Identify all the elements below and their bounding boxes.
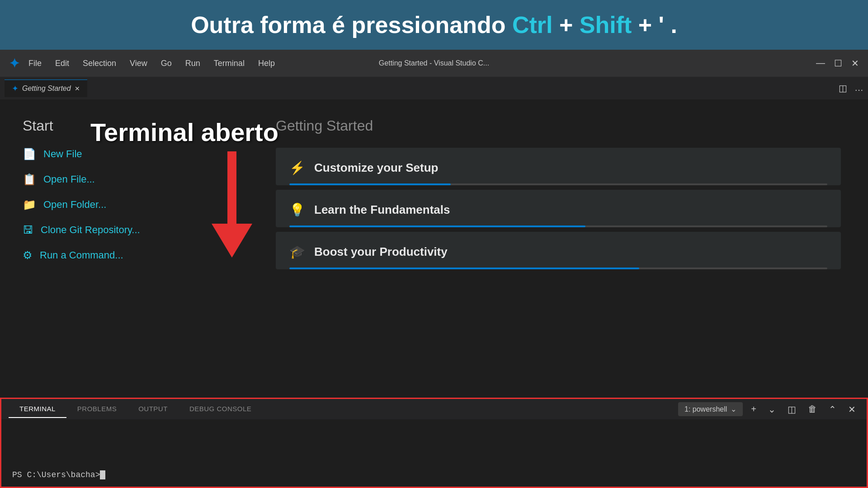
terminal-panel: TERMINAL PROBLEMS OUTPUT DEBUG CONSOLE 1… (0, 398, 868, 488)
delete-terminal-button[interactable]: 🗑 (804, 402, 821, 416)
left-panel: Start 📄 New File 📋 Open File... 📁 Open F… (0, 99, 249, 398)
terminal-tabs-bar: TERMINAL PROBLEMS OUTPUT DEBUG CONSOLE 1… (1, 399, 867, 419)
maximize-button[interactable]: ☐ (834, 58, 842, 69)
terminal-prompt: PS C:\Users\bacha> (12, 470, 100, 479)
shell-chevron-icon: ⌄ (731, 405, 736, 413)
terminal-maximize-button[interactable]: ⌃ (825, 402, 840, 417)
customize-setup-progress-fill (289, 183, 451, 185)
new-terminal-button[interactable]: + (747, 402, 760, 416)
tab-close-button[interactable]: ✕ (75, 85, 80, 92)
window-controls: — ☐ ✕ (816, 58, 859, 69)
banner-ctrl: Ctrl (512, 12, 553, 38)
menu-edit[interactable]: Edit (55, 59, 69, 68)
getting-started-tab[interactable]: ✦ Getting Started ✕ (5, 80, 87, 97)
start-item-new-file[interactable]: 📄 New File (23, 148, 226, 160)
menu-help[interactable]: Help (258, 59, 275, 68)
close-button[interactable]: ✕ (851, 58, 859, 69)
terminal-tabs-right: 1: powershell ⌄ + ⌄ ◫ 🗑 ⌃ ✕ (678, 402, 859, 417)
start-item-open-folder[interactable]: 📁 Open Folder... (23, 198, 226, 211)
open-folder-label: Open Folder... (43, 199, 106, 211)
window-title: Getting Started - Visual Studio C... (379, 59, 489, 67)
terminal-chevron-icon[interactable]: ⌄ (764, 402, 779, 417)
vscode-logo-icon: ✦ (9, 56, 19, 71)
top-banner: Outra forma é pressionando Ctrl + Shift … (0, 0, 868, 50)
clone-git-label: Clone Git Repository... (41, 224, 140, 236)
terminal-tab-terminal[interactable]: TERMINAL (9, 400, 66, 418)
terminal-close-button[interactable]: ✕ (844, 402, 859, 417)
run-command-label: Run a Command... (40, 249, 123, 261)
menu-view[interactable]: View (130, 59, 147, 68)
main-content: Start 📄 New File 📋 Open File... 📁 Open F… (0, 99, 868, 398)
open-folder-icon: 📁 (23, 198, 36, 211)
start-item-open-file[interactable]: 📋 Open File... (23, 173, 226, 186)
tab-vscode-icon: ✦ (12, 84, 19, 94)
item-header-0: ⚡ Customize your Setup (289, 160, 827, 175)
split-editor-icon[interactable]: ◫ (839, 83, 847, 94)
tab-label: Getting Started (22, 84, 71, 93)
open-file-icon: 📋 (23, 173, 36, 186)
learn-fundamentals-icon: 💡 (289, 202, 305, 217)
new-file-icon: 📄 (23, 148, 36, 160)
menu-selection[interactable]: Selection (83, 59, 116, 68)
open-file-label: Open File... (43, 174, 95, 185)
terminal-tab-output[interactable]: OUTPUT (127, 400, 179, 418)
title-bar: ✦ File Edit Selection View Go Run Termin… (0, 50, 868, 77)
more-actions-icon[interactable]: … (854, 83, 863, 94)
terminal-tabs-left: TERMINAL PROBLEMS OUTPUT DEBUG CONSOLE (9, 400, 262, 418)
shell-label: 1: powershell (684, 405, 727, 413)
right-panel: Getting Started ⚡ Customize your Setup 💡… (249, 99, 868, 398)
minimize-button[interactable]: — (816, 58, 825, 69)
terminal-tab-problems[interactable]: PROBLEMS (66, 400, 127, 418)
menu-go[interactable]: Go (161, 59, 172, 68)
tab-bar: ✦ Getting Started ✕ ◫ … (0, 77, 868, 99)
boost-productivity-progress-bar (289, 267, 827, 269)
getting-started-section-title: Getting Started (276, 117, 841, 134)
menu-file[interactable]: File (28, 59, 42, 68)
tab-actions: ◫ … (839, 83, 863, 94)
banner-plus1: + (553, 12, 580, 38)
start-item-run-command[interactable]: ⚙ Run a Command... (23, 249, 226, 262)
terminal-tab-debug-console[interactable]: DEBUG CONSOLE (179, 400, 262, 418)
terminal-cursor (100, 470, 105, 479)
banner-text-before: Outra forma é pressionando (191, 12, 512, 38)
customize-setup-icon: ⚡ (289, 160, 305, 175)
getting-started-item-1[interactable]: 💡 Learn the Fundamentals (276, 190, 841, 227)
learn-fundamentals-progress-fill (289, 225, 585, 227)
new-file-label: New File (43, 148, 82, 160)
shell-selector[interactable]: 1: powershell ⌄ (678, 402, 743, 416)
split-terminal-button[interactable]: ◫ (784, 402, 800, 417)
start-item-clone-git[interactable]: 🖫 Clone Git Repository... (23, 224, 226, 236)
learn-fundamentals-title: Learn the Fundamentals (314, 203, 450, 217)
menu-run[interactable]: Run (185, 59, 200, 68)
banner-plus2: + ' . (632, 12, 677, 38)
banner-text: Outra forma é pressionando Ctrl + Shift … (191, 11, 677, 38)
start-section-title: Start (23, 117, 226, 134)
item-header-2: 🎓 Boost your Productivity (289, 244, 827, 259)
customize-setup-progress-bar (289, 183, 827, 185)
run-command-icon: ⚙ (23, 249, 33, 262)
boost-productivity-icon: 🎓 (289, 244, 305, 259)
clone-git-icon: 🖫 (23, 224, 33, 236)
menu-terminal[interactable]: Terminal (214, 59, 245, 68)
vscode-window: ✦ File Edit Selection View Go Run Termin… (0, 50, 868, 488)
terminal-body: PS C:\Users\bacha> (1, 419, 867, 487)
learn-fundamentals-progress-bar (289, 225, 827, 227)
item-header-1: 💡 Learn the Fundamentals (289, 202, 827, 217)
getting-started-item-2[interactable]: 🎓 Boost your Productivity (276, 232, 841, 269)
boost-productivity-title: Boost your Productivity (314, 245, 448, 259)
getting-started-item-0[interactable]: ⚡ Customize your Setup (276, 148, 841, 185)
banner-shift: Shift (580, 12, 632, 38)
boost-productivity-progress-fill (289, 267, 639, 269)
customize-setup-title: Customize your Setup (314, 161, 438, 175)
